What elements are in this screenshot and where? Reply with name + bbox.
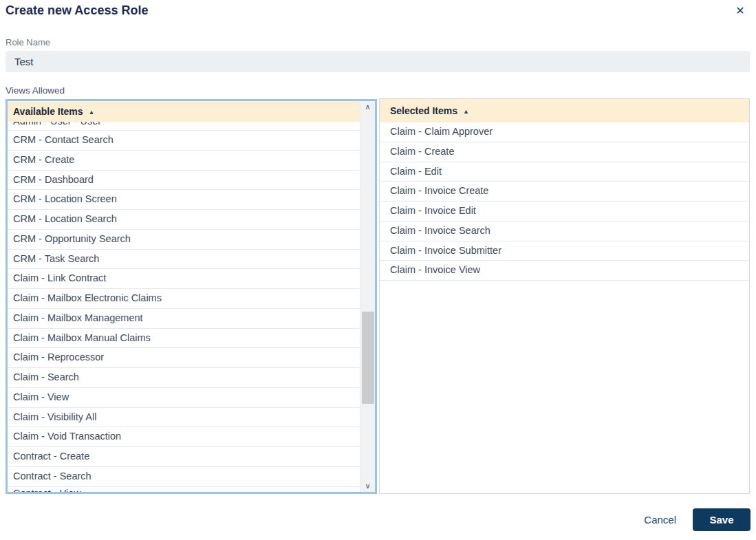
available-list-item[interactable]: Claim - Search [8, 368, 360, 388]
available-list-item[interactable]: CRM - Task Search [8, 250, 360, 270]
selected-list-item[interactable]: Claim - Invoice View [380, 261, 749, 281]
cancel-button[interactable]: Cancel [638, 514, 682, 526]
available-list-item[interactable]: Claim - Visibility All [8, 408, 360, 428]
selected-list-item[interactable]: Claim - Create [380, 142, 749, 162]
scrollbar-track[interactable]: ∧ ∨ [360, 101, 375, 492]
available-list-item[interactable]: Claim - Void Transaction [8, 427, 360, 447]
sort-ascending-icon: ▲ [463, 108, 469, 115]
scrollbar-thumb[interactable] [362, 312, 374, 404]
available-list-item[interactable]: Claim - Mailbox Manual Claims [8, 329, 360, 349]
create-access-role-modal: Create new Access Role ✕ Role Name Views… [0, 0, 756, 540]
available-list-item[interactable]: CRM - Create [8, 151, 360, 171]
role-name-input[interactable] [6, 51, 750, 72]
selected-list-item[interactable]: Claim - Invoice Submitter [380, 241, 749, 261]
selected-list-item[interactable]: Claim - Edit [380, 162, 749, 182]
available-list-item[interactable]: CRM - Opportunity Search [8, 230, 360, 250]
selected-items-header[interactable]: Selected Items▲ [380, 99, 749, 122]
modal-footer: Cancel Save [638, 508, 750, 531]
modal-title: Create new Access Role [6, 3, 148, 18]
save-button[interactable]: Save [693, 508, 750, 531]
available-items-panel: Available Items▲ Admin - User - User CRM… [6, 99, 377, 494]
selected-list-item[interactable]: Claim - Invoice Create [380, 182, 749, 202]
available-items-header-label: Available Items [13, 106, 83, 117]
selected-list-item[interactable]: Claim - Invoice Search [380, 222, 749, 241]
available-list-item[interactable]: Claim - Mailbox Management [8, 309, 360, 329]
selected-items-list: Claim - Claim ApproverClaim - CreateClai… [380, 122, 749, 493]
available-list-item[interactable]: CRM - Location Screen [8, 190, 360, 210]
selected-list-item[interactable]: Claim - Invoice Edit [380, 202, 749, 222]
available-list-item[interactable]: CRM - Contact Search [8, 131, 360, 151]
selected-list-item[interactable]: Claim - Claim Approver [380, 122, 749, 142]
scrollbar-down-icon[interactable]: ∨ [360, 480, 375, 492]
available-list-item[interactable]: CRM - Dashboard [8, 171, 360, 191]
available-items-header[interactable]: Available Items▲ [8, 101, 360, 122]
scrollbar-up-icon[interactable]: ∧ [360, 101, 375, 113]
sort-ascending-icon: ▲ [88, 109, 94, 116]
role-name-label: Role Name [6, 37, 50, 47]
selected-items-panel: Selected Items▲ Claim - Claim ApproverCl… [379, 98, 750, 494]
available-list-item[interactable]: CRM - Location Search [8, 210, 360, 230]
selected-items-header-label: Selected Items [390, 105, 457, 116]
available-list-item[interactable]: Claim - Reprocessor [8, 348, 360, 368]
available-list-item[interactable]: Claim - View [8, 388, 360, 408]
views-allowed-label: Views Allowed [6, 85, 65, 96]
available-list-item[interactable]: Claim - Link Contract [8, 269, 360, 289]
close-icon[interactable]: ✕ [732, 3, 748, 19]
available-list-item[interactable]: Contract - Search [8, 467, 360, 487]
list-item-partial[interactable]: Admin - User - User [8, 122, 360, 131]
available-items-list: Admin - User - User CRM - Contact Search… [8, 122, 360, 492]
available-list-item[interactable]: Claim - Mailbox Electronic Claims [8, 289, 360, 309]
list-item-partial[interactable]: Contract - View [8, 487, 360, 493]
available-list-item[interactable]: Contract - Create [8, 447, 360, 467]
